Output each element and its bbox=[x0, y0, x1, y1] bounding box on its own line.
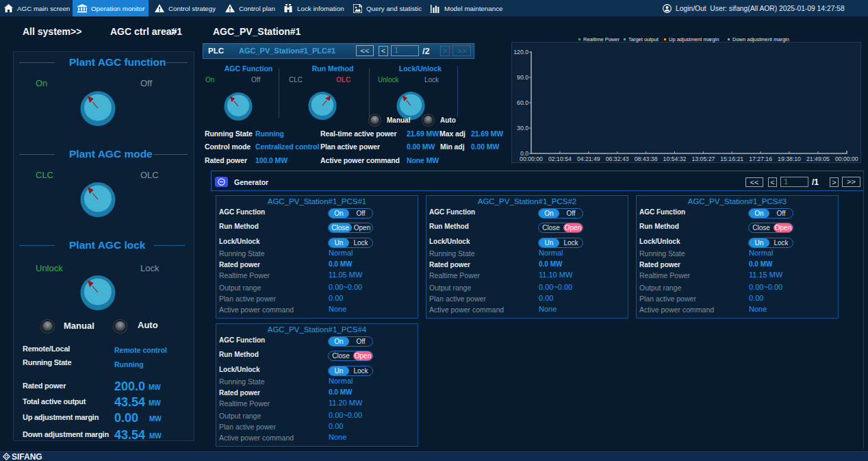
svg-text:120.0: 120.0 bbox=[513, 49, 528, 55]
svg-text:19:38:10: 19:38:10 bbox=[778, 155, 801, 162]
svg-text:00:00:00: 00:00:00 bbox=[520, 155, 543, 162]
svg-text:00:00:00: 00:00:00 bbox=[835, 155, 858, 162]
svg-text:17:27:16: 17:27:16 bbox=[749, 155, 772, 162]
svg-text:10:54:32: 10:54:32 bbox=[663, 155, 687, 162]
svg-text:21:49:05: 21:49:05 bbox=[806, 155, 830, 162]
svg-text:13:05:27: 13:05:27 bbox=[691, 155, 715, 162]
svg-text:02:10:54: 02:10:54 bbox=[548, 155, 572, 162]
svg-text:06:32:43: 06:32:43 bbox=[606, 155, 629, 162]
svg-text:30.0: 30.0 bbox=[517, 125, 528, 132]
svg-text:08:43:38: 08:43:38 bbox=[635, 155, 658, 162]
svg-text:15:16:21: 15:16:21 bbox=[720, 155, 743, 162]
svg-text:04:21:49: 04:21:49 bbox=[577, 155, 600, 162]
svg-text:60.0: 60.0 bbox=[517, 99, 528, 106]
svg-text:90.0: 90.0 bbox=[517, 74, 528, 81]
